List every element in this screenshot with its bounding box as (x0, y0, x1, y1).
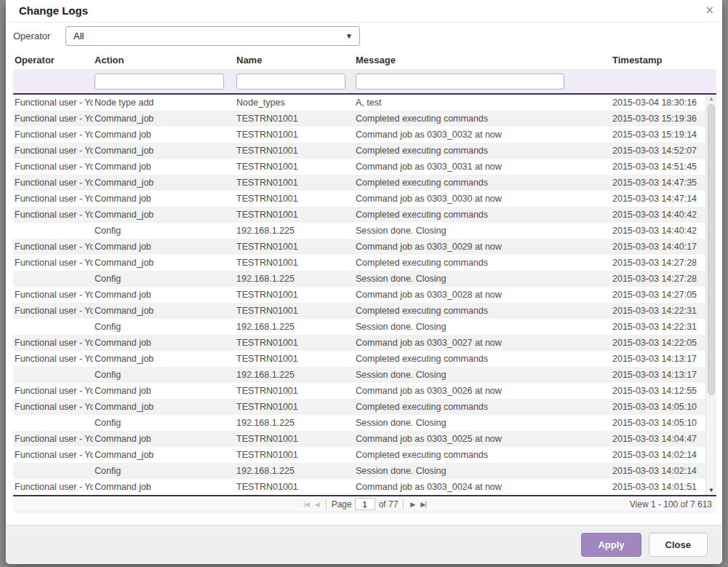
cell-operator: Functional user - Yo (13, 306, 93, 316)
close-icon[interactable]: × (705, 2, 713, 18)
cell-timestamp: 2015-03-03 14:27:28 (611, 258, 705, 268)
cell-name: TESTRN01001 (235, 242, 354, 252)
table-row[interactable]: Functional user - YoCommand jobTESTRN010… (13, 287, 705, 303)
cell-action: Command_job (93, 114, 235, 124)
filter-input-action[interactable] (95, 74, 224, 90)
operator-select[interactable]: All ▼ (65, 26, 360, 46)
table-row[interactable]: Functional user - YoCommand_jobTESTRN010… (13, 111, 705, 127)
filter-input-name[interactable] (236, 74, 345, 90)
cell-operator: Functional user - Yo (13, 162, 93, 172)
cell-action: Command_job (93, 210, 235, 220)
cell-message: Command job as 0303_0031 at now (354, 162, 611, 172)
cell-operator: Functional user - Yo (13, 482, 93, 492)
filter-input-message[interactable] (356, 74, 564, 90)
table-row[interactable]: Functional user - YoCommand jobTESTRN010… (13, 159, 705, 175)
cell-action: Config (93, 322, 235, 332)
table-row[interactable]: Functional user - YoCommand jobTESTRN010… (13, 239, 705, 255)
cell-name: 192.168.1.225 (235, 466, 354, 476)
table-row[interactable]: Functional user - YoCommand_jobTESTRN010… (13, 143, 705, 159)
cell-message: Command job as 0303_0025 at now (354, 434, 611, 444)
table-row[interactable]: Functional user - YoCommand jobTESTRN010… (13, 191, 705, 207)
page-label: Page (332, 499, 352, 509)
grid-filter-row (13, 69, 716, 93)
scroll-down-icon[interactable]: ▼ (706, 486, 716, 495)
cell-message: Session done. Closing (354, 370, 611, 380)
operator-label: Operator (13, 31, 65, 41)
cell-action: Command_job (93, 258, 235, 268)
cell-operator: Functional user - Yo (13, 114, 93, 124)
cell-operator: Functional user - Yo (13, 450, 93, 460)
close-button[interactable]: Close (649, 533, 708, 557)
page-input[interactable] (355, 498, 375, 510)
next-page-button[interactable]: ▶ (407, 501, 417, 508)
cell-timestamp: 2015-03-03 15:19:36 (611, 114, 705, 124)
table-row[interactable]: Functional user - YoCommand_jobTESTRN010… (13, 399, 705, 415)
table-row[interactable]: Functional user - YoNode type addNode_ty… (13, 95, 705, 111)
cell-action: Command_job (93, 402, 235, 412)
cell-name: TESTRN01001 (235, 354, 354, 364)
cell-timestamp: 2015-03-03 14:22:05 (611, 338, 705, 348)
table-row[interactable]: Config192.168.1.225Session done. Closing… (13, 319, 705, 335)
cell-name: TESTRN01001 (235, 306, 354, 316)
table-row[interactable]: Functional user - YoCommand jobTESTRN010… (13, 383, 705, 399)
scroll-up-icon[interactable]: ▲ (706, 95, 716, 103)
cell-operator: Functional user - Yo (13, 402, 93, 412)
cell-name: TESTRN01001 (235, 338, 354, 348)
cell-timestamp: 2015-03-04 18:30:16 (611, 98, 705, 108)
filter-cell-message (354, 74, 611, 90)
cell-operator: Functional user - Yo (13, 290, 93, 300)
cell-name: TESTRN01001 (235, 450, 354, 460)
cell-timestamp: 2015-03-03 14:22:31 (611, 306, 705, 316)
table-row[interactable]: Functional user - YoCommand jobTESTRN010… (13, 431, 705, 447)
cell-name: TESTRN01001 (235, 130, 354, 140)
column-header-name[interactable]: Name (235, 55, 354, 66)
cell-timestamp: 2015-03-03 14:13:17 (611, 370, 705, 380)
dialog-header: Change Logs × (6, 0, 722, 23)
cell-timestamp: 2015-03-03 14:02:14 (611, 466, 705, 476)
column-header-timestamp[interactable]: Timestamp (611, 55, 716, 66)
cell-operator: Functional user - Yo (13, 178, 93, 188)
cell-message: Completed executing commands (354, 146, 611, 156)
table-row[interactable]: Config192.168.1.225Session done. Closing… (13, 415, 705, 431)
apply-button[interactable]: Apply (581, 533, 641, 557)
table-row[interactable]: Config192.168.1.225Session done. Closing… (13, 367, 705, 383)
cell-message: Command job as 0303_0026 at now (354, 386, 611, 396)
table-row[interactable]: Functional user - YoCommand jobTESTRN010… (13, 127, 705, 143)
change-logs-grid: Operator Action Name Message Timestamp F… (13, 50, 716, 512)
table-row[interactable]: Functional user - YoCommand_jobTESTRN010… (13, 447, 705, 463)
cell-timestamp: 2015-03-03 15:19:14 (611, 130, 705, 140)
column-header-operator[interactable]: Operator (13, 55, 93, 66)
last-page-button[interactable]: ▶| (417, 501, 428, 508)
cell-message: Session done. Closing (354, 418, 611, 428)
cell-message: Completed executing commands (354, 258, 611, 268)
column-header-message[interactable]: Message (354, 55, 611, 66)
table-row[interactable]: Functional user - YoCommand_jobTESTRN010… (13, 303, 705, 319)
cell-action: Config (93, 418, 235, 428)
table-row[interactable]: Functional user - YoCommand_jobTESTRN010… (13, 175, 705, 191)
vertical-scrollbar[interactable]: ▲ ▼ (705, 95, 716, 495)
cell-name: Node_types (235, 98, 354, 108)
cell-timestamp: 2015-03-03 14:47:35 (611, 178, 705, 188)
cell-name: TESTRN01001 (235, 386, 354, 396)
table-row[interactable]: Functional user - YoCommand_jobTESTRN010… (13, 255, 705, 271)
cell-operator: Functional user - Yo (13, 434, 93, 444)
prev-page-button[interactable]: ◀ (312, 501, 322, 508)
table-row[interactable]: Functional user - YoCommand_jobTESTRN010… (13, 207, 705, 223)
scrollbar-thumb[interactable] (708, 104, 715, 395)
cell-timestamp: 2015-03-03 14:13:17 (611, 354, 705, 364)
table-row[interactable]: Config192.168.1.225Session done. Closing… (13, 223, 705, 239)
table-row[interactable]: Functional user - YoCommand jobTESTRN010… (13, 479, 705, 495)
cell-operator: Functional user - Yo (13, 338, 93, 348)
table-row[interactable]: Config192.168.1.225Session done. Closing… (13, 463, 705, 479)
cell-message: Completed executing commands (354, 210, 611, 220)
column-header-action[interactable]: Action (93, 55, 235, 66)
cell-message: Session done. Closing (354, 322, 611, 332)
cell-timestamp: 2015-03-03 14:01:51 (611, 482, 705, 492)
table-row[interactable]: Functional user - YoCommand_jobTESTRN010… (13, 351, 705, 367)
first-page-button[interactable]: |◀ (300, 501, 311, 508)
cell-action: Command job (93, 242, 235, 252)
cell-timestamp: 2015-03-03 14:40:42 (611, 226, 705, 236)
table-row[interactable]: Config192.168.1.225Session done. Closing… (13, 271, 705, 287)
table-row[interactable]: Functional user - YoCommand jobTESTRN010… (13, 335, 705, 351)
pager-divider (403, 499, 404, 509)
